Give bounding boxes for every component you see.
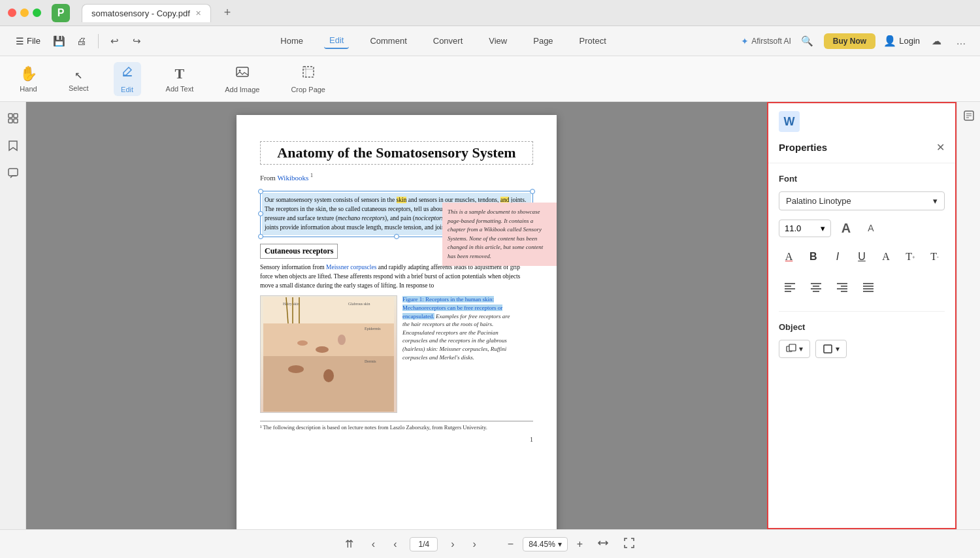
handle-top-left[interactable] (258, 189, 263, 194)
fullscreen-window-btn[interactable] (33, 8, 41, 17)
document-from: From Wikibooks 1 (260, 172, 533, 182)
add-text-icon: T (175, 65, 185, 82)
svg-rect-42 (824, 345, 832, 353)
menu-page[interactable]: Page (528, 33, 558, 48)
increase-font-size-btn[interactable]: A (836, 218, 856, 238)
handle-middle-left[interactable] (258, 211, 263, 216)
svg-rect-1 (237, 67, 248, 76)
align-left-btn[interactable] (779, 276, 801, 298)
menu-view[interactable]: View (483, 33, 512, 48)
align-justify-btn[interactable] (857, 276, 879, 298)
cloud-icon[interactable]: ☁ (928, 33, 945, 50)
panel-header: Properties ✕ (768, 132, 955, 163)
redo-btn[interactable]: ↪ (129, 33, 146, 50)
figure-caption: Figure 1: Receptors in the human skin: M… (402, 295, 517, 413)
format-buttons-row: A B I U A T+ T- (779, 246, 945, 268)
svg-text:Dermis: Dermis (365, 359, 376, 363)
search-icon[interactable]: 🔍 (799, 33, 816, 50)
panel-close-btn[interactable]: ✕ (936, 141, 945, 154)
document-tab[interactable]: somatosensory - Copy.pdf ✕ (82, 4, 211, 22)
ai-button[interactable]: ✦ Afirstsoft AI (741, 36, 791, 46)
zoom-level[interactable]: 84.45% ▾ (523, 537, 568, 551)
word-icon: W (779, 111, 800, 132)
prev-page-btn[interactable]: ‹ (367, 536, 380, 553)
object-position-btn[interactable]: ▾ (779, 340, 810, 358)
decrease-font-size-btn[interactable]: A (861, 218, 881, 238)
tool-crop-page[interactable]: Crop Page (284, 62, 332, 96)
edit-icon (120, 65, 135, 83)
handle-bottom-mid[interactable] (394, 234, 399, 239)
menu-home[interactable]: Home (275, 33, 308, 48)
svg-text:Glabrous skin: Glabrous skin (348, 302, 370, 306)
subscript-btn[interactable]: T- (924, 246, 945, 268)
tool-edit[interactable]: Edit (114, 62, 141, 96)
more-options-icon[interactable]: … (953, 33, 970, 50)
traffic-lights (8, 8, 41, 17)
zoom-in-btn[interactable]: + (572, 536, 588, 553)
svg-rect-6 (8, 119, 12, 123)
prev-page-btn-2[interactable]: ‹ (388, 536, 402, 553)
svg-point-19 (288, 365, 304, 373)
svg-point-2 (238, 69, 240, 71)
font-family-dropdown[interactable]: Palatino Linotype ▾ (779, 191, 945, 210)
svg-rect-4 (8, 114, 12, 118)
login-button[interactable]: 👤 Login (883, 35, 920, 47)
left-sidebar (0, 102, 26, 529)
minimize-window-btn[interactable] (20, 8, 29, 17)
fit-width-btn[interactable] (592, 534, 614, 554)
select-icon: ↖ (74, 66, 82, 82)
note-box: This is a sample document to showcase pa… (442, 203, 557, 266)
handle-bottom-left[interactable] (258, 234, 263, 239)
page-indicator[interactable]: 1/4 (410, 537, 438, 551)
sidebar-comment-icon[interactable] (5, 165, 22, 182)
svg-rect-3 (303, 67, 314, 77)
strikethrough-btn[interactable]: A (876, 246, 896, 268)
last-page-btn[interactable]: › (467, 536, 481, 553)
tab-close-btn[interactable]: ✕ (195, 9, 201, 18)
add-image-icon (235, 65, 250, 83)
superscript-btn[interactable]: T+ (900, 246, 921, 268)
tool-add-image[interactable]: Add Image (218, 62, 266, 96)
toolbar: ✋ Hand ↖ Select Edit T Add Text Add Imag… (0, 56, 980, 102)
svg-rect-9 (263, 297, 394, 323)
object-border-btn[interactable]: ▾ (815, 340, 847, 358)
document-title: Anatomy of the Somatosensory System (260, 141, 533, 165)
align-right-btn[interactable] (831, 276, 853, 298)
svg-rect-7 (14, 119, 18, 123)
fullscreen-btn[interactable] (618, 534, 640, 554)
buy-now-button[interactable]: Buy Now (824, 33, 875, 49)
close-window-btn[interactable] (8, 8, 16, 17)
sidebar-bookmark-icon[interactable] (5, 137, 22, 154)
right-edge-icon-1[interactable] (960, 107, 977, 124)
next-page-btn[interactable]: › (446, 536, 459, 553)
menu-edit[interactable]: Edit (324, 33, 349, 49)
figure-area: Hairy skin Glabrous skin Epidermis Dermi… (260, 295, 533, 413)
menu-comment[interactable]: Comment (365, 33, 412, 48)
align-buttons-row (779, 276, 945, 298)
bold-btn[interactable]: B (803, 246, 823, 268)
sidebar-thumbnail-icon[interactable] (5, 110, 22, 127)
tool-add-text[interactable]: T Add Text (159, 63, 201, 95)
font-color-btn[interactable]: A (779, 246, 799, 268)
menu-file[interactable]: ☰ File (10, 33, 46, 49)
tool-select[interactable]: ↖ Select (62, 63, 95, 95)
align-center-btn[interactable] (805, 276, 827, 298)
underline-btn[interactable]: U (851, 246, 872, 268)
handle-top-right[interactable] (530, 189, 535, 194)
first-page-btn[interactable]: ⇈ (340, 535, 359, 553)
font-size-dropdown[interactable]: 11.0 ▾ (779, 220, 831, 237)
menu-convert[interactable]: Convert (428, 33, 468, 48)
menu-right: ✦ Afirstsoft AI 🔍 Buy Now 👤 Login ☁ … (741, 33, 970, 50)
print-btn[interactable]: 🖨 (73, 33, 90, 50)
right-edge (956, 102, 980, 529)
tab-filename: somatosensory - Copy.pdf (91, 8, 190, 18)
tool-hand[interactable]: ✋ Hand (13, 63, 44, 95)
save-btn[interactable]: 💾 (51, 33, 68, 50)
document-area[interactable]: Anatomy of the Somatosensory System From… (26, 102, 767, 529)
zoom-out-btn[interactable]: − (502, 536, 519, 553)
italic-btn[interactable]: I (827, 246, 847, 268)
new-tab-btn[interactable]: + (220, 5, 235, 21)
menu-protect[interactable]: Protect (574, 33, 612, 48)
undo-btn[interactable]: ↩ (106, 33, 123, 50)
svg-point-18 (338, 335, 346, 345)
